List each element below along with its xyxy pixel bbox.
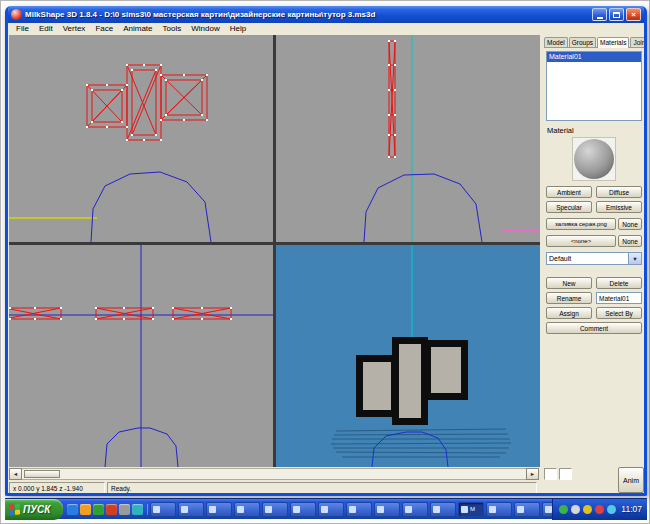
milkshape-window: MilkShape 3D 1.8.4 - D:\0 sims3\0 мастер… [5, 6, 647, 496]
texture-none-button[interactable]: None [618, 218, 642, 230]
start-button-label: ПУСК [23, 504, 50, 515]
start-button[interactable]: ПУСК [5, 499, 63, 520]
quicklaunch-icon-4[interactable] [106, 504, 117, 515]
anim-toggle-button[interactable]: Anim [618, 467, 644, 493]
new-material-button[interactable]: New [546, 277, 592, 289]
shader-dropdown-value: Default [547, 253, 628, 264]
taskbar-window-label: M [470, 506, 475, 512]
taskbar-window-button[interactable]: M [458, 502, 484, 517]
viewport-front[interactable] [9, 35, 273, 242]
tray-icons [559, 505, 616, 514]
menu-vertex[interactable]: Vertex [58, 24, 91, 33]
diffuse-button[interactable]: Diffuse [596, 186, 642, 198]
maximize-icon [613, 12, 620, 18]
taskbar-window-icon [405, 506, 412, 513]
tab-model[interactable]: Model [544, 37, 568, 47]
close-button[interactable]: × [626, 8, 641, 21]
menu-tools[interactable]: Tools [158, 24, 187, 33]
slider-right-arrow[interactable]: ► [526, 468, 539, 480]
tab-joints[interactable]: Joints [630, 37, 647, 47]
taskbar-window-icon [153, 506, 160, 513]
viewport-side[interactable] [276, 35, 540, 242]
delete-material-button[interactable]: Delete [596, 277, 642, 289]
quicklaunch-icon-5[interactable] [119, 504, 130, 515]
material-list-item[interactable]: Material01 [547, 52, 641, 62]
viewport-top[interactable] [9, 245, 273, 467]
tray-icon-4[interactable] [595, 505, 604, 514]
comment-button[interactable]: Comment [546, 322, 642, 334]
quicklaunch-icon-3[interactable] [93, 504, 104, 515]
materials-list[interactable]: Material01 [546, 51, 642, 121]
menu-file[interactable]: File [11, 24, 34, 33]
maximize-button[interactable] [609, 8, 624, 21]
shader-dropdown[interactable]: Default ▼ [546, 252, 642, 265]
tab-groups[interactable]: Groups [569, 37, 596, 47]
taskbar-window-button[interactable] [234, 502, 260, 517]
frame-box-current[interactable] [544, 468, 557, 480]
chevron-down-icon[interactable]: ▼ [628, 253, 641, 264]
menu-edit[interactable]: Edit [34, 24, 58, 33]
assign-button[interactable]: Assign [546, 307, 592, 319]
taskbar-window-icon [517, 506, 524, 513]
alphamap-button[interactable]: <none> [546, 235, 616, 247]
taskbar-window-button[interactable] [346, 502, 372, 517]
viewport-3d[interactable] [276, 245, 540, 467]
taskbar-window-button[interactable] [150, 502, 176, 517]
tray-icon-3[interactable] [583, 505, 592, 514]
tray-icon-1[interactable] [559, 505, 568, 514]
taskbar-window-button[interactable] [402, 502, 428, 517]
minimize-button[interactable] [592, 8, 607, 21]
viewport-grid [9, 35, 540, 467]
taskbar-window-button[interactable] [178, 502, 204, 517]
taskbar-window-button[interactable] [206, 502, 232, 517]
taskbar-window-icon [433, 506, 440, 513]
specular-button[interactable]: Specular [546, 201, 592, 213]
ambient-button[interactable]: Ambient [546, 186, 592, 198]
menu-help[interactable]: Help [225, 24, 251, 33]
minimize-icon [597, 17, 603, 19]
tray-icon-2[interactable] [571, 505, 580, 514]
tray-icon-5[interactable] [607, 505, 616, 514]
taskbar-buttons: M [148, 502, 552, 517]
slider-thumb[interactable] [24, 470, 60, 478]
texture-map-button[interactable]: заливка серая.png [546, 218, 616, 230]
select-by-button[interactable]: Select By [596, 307, 642, 319]
taskbar-window-icon [265, 506, 272, 513]
material-preview [572, 137, 616, 181]
menu-face[interactable]: Face [90, 24, 118, 33]
rename-material-button[interactable]: Rename [546, 292, 592, 304]
taskbar-window-button[interactable] [290, 502, 316, 517]
material-section-label: Material [547, 126, 642, 135]
system-tray: 11:07 [552, 499, 647, 520]
app-icon [11, 9, 22, 20]
emissive-button[interactable]: Emissive [596, 201, 642, 213]
taskbar-window-icon [489, 506, 496, 513]
windows-flag-icon [9, 503, 20, 515]
anim-slider: ◄ ► [9, 468, 539, 480]
quicklaunch-icon-6[interactable] [132, 504, 143, 515]
taskbar-window-icon [461, 506, 468, 513]
taskbar-window-button[interactable] [430, 502, 456, 517]
title-bar[interactable]: MilkShape 3D 1.8.4 - D:\0 sims3\0 мастер… [8, 6, 644, 23]
taskbar-window-icon [209, 506, 216, 513]
menu-window[interactable]: Window [186, 24, 224, 33]
menu-animate[interactable]: Animate [118, 24, 157, 33]
light-buttons: AmbientDiffuseSpecularEmissive [546, 186, 642, 213]
material-sphere-icon [574, 139, 614, 179]
alphamap-none-button[interactable]: None [618, 235, 642, 247]
frame-box-total[interactable] [559, 468, 572, 480]
taskbar-window-button[interactable] [318, 502, 344, 517]
taskbar-window-button[interactable] [262, 502, 288, 517]
panel-tabs: ModelGroupsMaterialsJoints [544, 35, 644, 48]
taskbar-window-button[interactable] [486, 502, 512, 517]
quicklaunch-icon-2[interactable] [80, 504, 91, 515]
quicklaunch-icon-1[interactable] [67, 504, 78, 515]
taskbar-window-button[interactable] [542, 502, 552, 517]
material-name-field[interactable] [596, 292, 642, 304]
close-icon: × [631, 10, 636, 19]
taskbar-window-button[interactable] [374, 502, 400, 517]
tab-materials[interactable]: Materials [597, 37, 629, 48]
slider-track[interactable] [22, 468, 526, 480]
taskbar-window-button[interactable] [514, 502, 540, 517]
slider-left-arrow[interactable]: ◄ [9, 468, 22, 480]
